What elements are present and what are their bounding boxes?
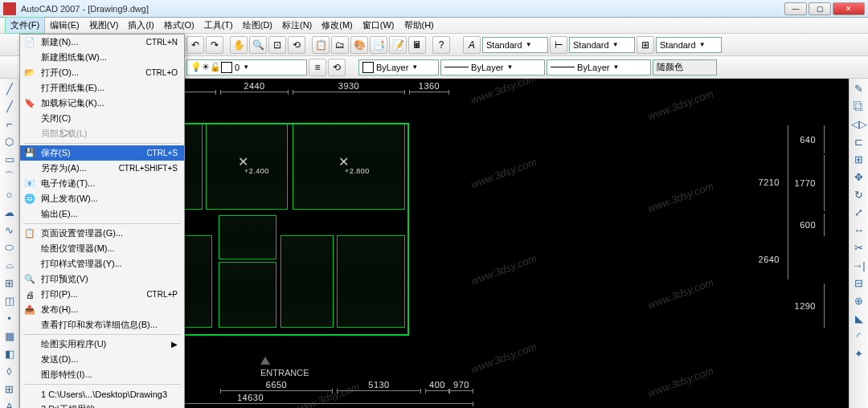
tablestyle-combo[interactable]: Standard▼: [656, 37, 722, 53]
file-menu-item[interactable]: 🔍打印预览(V): [20, 271, 184, 287]
menu-绘图[interactable]: 绘图(D): [238, 18, 277, 33]
make-block-icon[interactable]: ◫: [2, 292, 18, 308]
polygon-icon[interactable]: ⬡: [2, 133, 18, 149]
dimstyle-icon[interactable]: ⊢: [550, 36, 567, 54]
point-icon[interactable]: •: [2, 310, 18, 326]
polyline-icon[interactable]: ⌐: [2, 116, 18, 132]
hatch-icon[interactable]: ▦: [2, 328, 18, 344]
redo-icon[interactable]: ↷: [206, 36, 223, 54]
linetype-combo[interactable]: ByLayer▼: [440, 59, 545, 75]
file-menu-item[interactable]: 输出(E)...: [20, 206, 184, 222]
dimstyle-combo[interactable]: Standard▼: [569, 37, 635, 53]
ellipse-arc-icon[interactable]: ⌓: [2, 257, 18, 273]
scale-icon[interactable]: ⤢: [851, 204, 867, 220]
properties-icon[interactable]: 📋: [312, 36, 330, 54]
file-menu-item[interactable]: 打开图纸集(E)...: [20, 80, 184, 96]
menu-格式[interactable]: 格式(O): [159, 18, 199, 33]
zoom-window-icon[interactable]: ⊡: [268, 36, 286, 54]
textstyle-combo[interactable]: Standard▼: [482, 37, 548, 53]
lock-icon: 🔓: [210, 62, 221, 72]
trim-icon[interactable]: ✂: [851, 239, 867, 255]
file-menu-item[interactable]: 📂打开(O)...CTRL+O: [20, 65, 184, 80]
file-menu-item[interactable]: 💾保存(S)CTRL+S: [20, 145, 184, 161]
textstyle-icon[interactable]: A: [463, 36, 481, 54]
color-combo[interactable]: ByLayer▼: [358, 59, 439, 75]
file-menu-item[interactable]: 绘图仪管理器(M)...: [20, 241, 184, 256]
quickcalc-icon[interactable]: 🖩: [408, 36, 426, 54]
chamfer-icon[interactable]: ◣: [851, 310, 867, 326]
zoom-previous-icon[interactable]: ⟲: [288, 36, 305, 54]
menu-插入[interactable]: 插入(I): [123, 18, 158, 33]
file-menu-item[interactable]: 🖨打印(P)...CTRL+P: [20, 287, 184, 302]
join-icon[interactable]: ⊕: [851, 292, 867, 308]
spline-icon[interactable]: ∿: [2, 222, 18, 238]
close-button[interactable]: ✕: [833, 2, 865, 15]
file-menu-item[interactable]: 📧电子传递(T)...: [20, 176, 184, 191]
table-icon[interactable]: ⊞: [2, 381, 18, 397]
file-menu-item[interactable]: 发送(D)...: [20, 352, 184, 367]
zoom-realtime-icon[interactable]: 🔍: [249, 36, 267, 54]
menu-修改[interactable]: 修改(M): [317, 18, 358, 33]
tablestyle-icon[interactable]: ⊞: [637, 36, 654, 54]
line-icon[interactable]: ╱: [2, 80, 18, 96]
lineweight-combo[interactable]: ByLayer▼: [547, 59, 651, 75]
break-icon[interactable]: ⊟: [851, 275, 867, 291]
file-menu-item[interactable]: 绘图实用程序(U)▶: [20, 337, 184, 352]
fillet-icon[interactable]: ◜: [851, 328, 867, 344]
mirror-icon[interactable]: ◁▷: [851, 116, 867, 132]
xline-icon[interactable]: ╱: [2, 98, 18, 114]
file-menu-item[interactable]: 关闭(C): [20, 111, 184, 126]
erase-icon[interactable]: ✎: [851, 80, 867, 96]
file-menu-item[interactable]: 打印样式管理器(Y)...: [20, 256, 184, 271]
menu-标注[interactable]: 标注(N): [277, 18, 317, 33]
plotstyle-combo[interactable]: 随颜色: [653, 59, 717, 75]
file-menu-item[interactable]: 🌐网上发布(W)...: [20, 191, 184, 206]
maximize-button[interactable]: ▢: [809, 2, 831, 15]
menu-文件[interactable]: 文件(F): [5, 17, 45, 34]
stretch-icon[interactable]: ↔: [851, 222, 867, 238]
tool-palette-icon[interactable]: 🎨: [350, 36, 368, 54]
layer-combo[interactable]: 💡 ☀ 🔓 0 ▼: [186, 59, 307, 75]
minimize-button[interactable]: —: [784, 2, 807, 15]
file-menu-item[interactable]: 图形特性(I)...: [20, 367, 184, 382]
insert-block-icon[interactable]: ⊞: [2, 275, 18, 291]
help-icon[interactable]: ?: [432, 36, 450, 54]
menu-窗口[interactable]: 窗口(W): [358, 18, 399, 33]
file-menu-item[interactable]: 查看打印和发布详细信息(B)...: [20, 317, 184, 333]
menu-视图[interactable]: 视图(V): [84, 18, 124, 33]
menu-编辑[interactable]: 编辑(E): [45, 18, 84, 33]
pan-icon[interactable]: ✋: [230, 36, 248, 54]
layer-previous-icon[interactable]: ⟲: [328, 59, 346, 76]
file-menu-item[interactable]: 📄新建(N)...CTRL+N: [20, 35, 184, 50]
explode-icon[interactable]: ✦: [851, 345, 867, 361]
move-icon[interactable]: ✥: [851, 169, 867, 185]
file-menu-item[interactable]: 2 D:\王姐用的: [20, 402, 184, 408]
extend-icon[interactable]: →|: [851, 257, 867, 273]
file-menu-item[interactable]: 另存为(A)...CTRL+SHIFT+S: [20, 161, 184, 176]
copy-icon[interactable]: ⿻: [851, 98, 867, 114]
circle-icon[interactable]: ○: [2, 186, 18, 202]
region-icon[interactable]: ◊: [2, 363, 18, 379]
revcloud-icon[interactable]: ☁: [2, 204, 18, 220]
app-icon: [3, 2, 16, 15]
menu-帮助[interactable]: 帮助(H): [399, 18, 439, 33]
file-menu-item[interactable]: 📋页面设置管理器(G)...: [20, 226, 184, 241]
mtext-icon[interactable]: A: [2, 398, 18, 408]
arc-icon[interactable]: ⌒: [2, 169, 18, 185]
ellipse-icon[interactable]: ⬭: [2, 239, 18, 255]
gradient-icon[interactable]: ◧: [2, 345, 18, 361]
file-menu-item[interactable]: 新建图纸集(W)...: [20, 50, 184, 65]
sheet-set-icon[interactable]: 📑: [370, 36, 387, 54]
file-menu-item[interactable]: 📤发布(H)...: [20, 302, 184, 317]
layer-states-icon[interactable]: ≡: [309, 59, 326, 76]
array-icon[interactable]: ⊞: [851, 151, 867, 167]
design-center-icon[interactable]: 🗂: [331, 36, 349, 54]
undo-icon[interactable]: ↶: [186, 36, 204, 54]
offset-icon[interactable]: ⊏: [851, 133, 867, 149]
menu-工具[interactable]: 工具(T): [199, 18, 238, 33]
rectangle-icon[interactable]: ▭: [2, 151, 18, 167]
file-menu-item[interactable]: 🔖加载标记集(K)...: [20, 96, 184, 111]
file-menu-item[interactable]: 1 C:\Users\...\Desktop\Drawing3: [20, 386, 184, 402]
rotate-icon[interactable]: ↻: [851, 186, 867, 202]
markup-icon[interactable]: 📝: [389, 36, 407, 54]
